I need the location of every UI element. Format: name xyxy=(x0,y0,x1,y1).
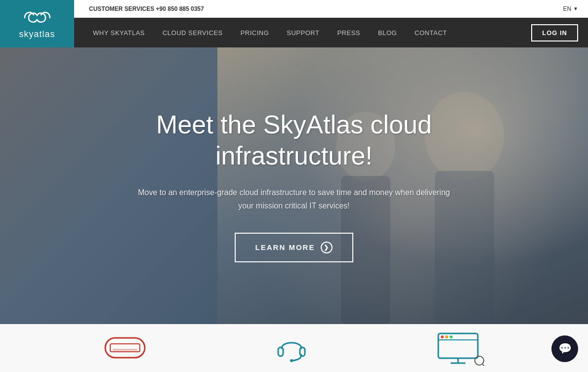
customer-phone: +90 850 885 0357 xyxy=(156,5,204,12)
hero-title: Meet the SkyAtlas cloud infrastructure! xyxy=(131,109,457,171)
customer-services: CUSTOMER SERVICES +90 850 885 0357 xyxy=(89,5,204,12)
svg-rect-7 xyxy=(278,347,283,356)
hero-section: Meet the SkyAtlas cloud infrastructure! … xyxy=(0,47,588,324)
lang-label: EN xyxy=(563,5,571,12)
chat-widget[interactable]: 💬 xyxy=(551,335,578,362)
logo-icon xyxy=(24,8,51,27)
svg-rect-4 xyxy=(105,338,145,358)
navbar: skyatlas WHY SKYATLAS CLOUD SERVICES PRI… xyxy=(0,18,588,47)
language-selector[interactable]: EN ▼ xyxy=(563,5,578,12)
learn-more-button[interactable]: LEARN MORE ❯ xyxy=(235,233,354,262)
arrow-circle-icon: ❯ xyxy=(321,242,333,253)
learn-more-label: LEARN MORE xyxy=(255,243,315,251)
headset-icon-group xyxy=(274,331,309,366)
nav-item-pricing[interactable]: PRICING xyxy=(232,18,278,47)
svg-point-9 xyxy=(290,359,293,362)
hero-subtitle: Move to an enterprise-grade cloud infras… xyxy=(131,186,457,212)
chat-icon: 💬 xyxy=(558,342,572,355)
svg-point-13 xyxy=(445,335,448,338)
svg-point-12 xyxy=(441,335,444,338)
nav-item-contact[interactable]: CONTACT xyxy=(406,18,456,47)
chevron-down-icon: ▼ xyxy=(573,6,578,11)
phone-icon-group xyxy=(103,334,147,363)
logo[interactable]: skyatlas xyxy=(0,0,74,47)
hero-content: Meet the SkyAtlas cloud infrastructure! … xyxy=(121,109,467,262)
phone-icon xyxy=(103,334,147,363)
logo-text: skyatlas xyxy=(19,29,55,40)
nav-item-press[interactable]: PRESS xyxy=(328,18,369,47)
nav-links: WHY SKYATLAS CLOUD SERVICES PRICING SUPP… xyxy=(84,18,531,47)
svg-point-14 xyxy=(450,335,453,338)
nav-item-support[interactable]: SUPPORT xyxy=(278,18,328,47)
monitor-icon-group xyxy=(436,331,485,366)
customer-services-label: CUSTOMER SERVICES xyxy=(89,5,154,12)
nav-item-why-skyatlas[interactable]: WHY SKYATLAS xyxy=(84,18,154,47)
bottom-preview xyxy=(0,324,588,372)
headset-icon xyxy=(274,331,309,366)
login-button[interactable]: LOG IN xyxy=(531,24,578,41)
monitor-icon xyxy=(436,331,485,366)
svg-rect-6 xyxy=(113,349,137,351)
svg-rect-10 xyxy=(438,333,478,358)
nav-item-blog[interactable]: BLOG xyxy=(369,18,406,47)
svg-point-17 xyxy=(475,356,484,365)
nav-item-cloud-services[interactable]: CLOUD SERVICES xyxy=(154,18,232,47)
arrow-icon: ❯ xyxy=(324,244,330,251)
top-bar: CUSTOMER SERVICES +90 850 885 0357 EN ▼ xyxy=(0,0,588,18)
svg-line-18 xyxy=(483,365,485,366)
